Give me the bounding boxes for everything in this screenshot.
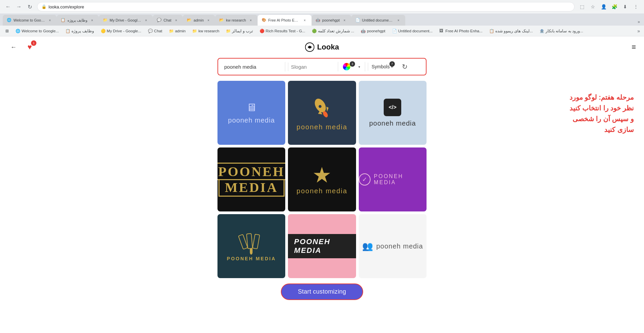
logo-card-8[interactable]: POONEH MEDIA [288, 214, 356, 278]
logo-card-2[interactable]: pooneh media [288, 81, 356, 145]
lock-icon: 🔒 [41, 4, 47, 9]
bookmark-admin[interactable]: 📁 admin [166, 28, 188, 34]
tab-close[interactable]: × [302, 18, 308, 23]
back-navigation-button[interactable]: ← [8, 42, 19, 53]
bookmark-bank[interactable]: 🏦 ورود به سامانه بانکار... [537, 28, 586, 34]
bookmark-poonehgpt[interactable]: 🤖 poonehgpt [358, 28, 388, 34]
tab-label: admin [194, 18, 204, 22]
color-count-badge: 3 [350, 61, 355, 67]
tab-close[interactable]: × [248, 18, 254, 23]
tab-chat[interactable]: 💬 Chat × [153, 15, 183, 26]
tab-label: Free AI Photo Enha... [268, 18, 300, 22]
download-button[interactable]: ⬇ [620, 2, 630, 11]
start-customizing-button[interactable]: Start customizing [281, 284, 363, 300]
color-wheel-icon [343, 63, 350, 70]
bookmark-favicon: 📋 [65, 29, 70, 33]
tab-favicon: 📂 [187, 18, 192, 23]
bookmark-favicon: 📁 [192, 29, 197, 33]
tab-close[interactable]: × [396, 18, 401, 23]
bookmark-button[interactable]: ☆ [588, 2, 597, 11]
tab-favicon: 📁 [103, 18, 108, 23]
slogan-input[interactable] [288, 63, 335, 71]
forward-button[interactable]: → [14, 2, 24, 11]
tab-kw[interactable]: 📂 kw research × [215, 15, 257, 26]
more-button[interactable]: ⋮ [631, 2, 641, 11]
divider2 [338, 62, 338, 71]
tab-close[interactable]: × [342, 18, 347, 23]
tab-drive[interactable]: 📁 My Drive - Google... × [99, 15, 153, 26]
bookmark-favicon: 🔴 [260, 29, 264, 33]
logo-card-7[interactable]: POONEH MEDIA [217, 214, 285, 278]
annotation-line3: و سپس آن را شخصی [560, 113, 634, 124]
logo-card-4[interactable]: POONEH MEDIA [217, 147, 285, 211]
bookmark-tarab[interactable]: 📁 ترب و ایمالز [223, 28, 255, 34]
persian-annotation: مرحله هفتم: لوگو مورد نظر خود را انتخاب … [560, 92, 634, 135]
divider3 [365, 62, 365, 71]
bookmark-apps[interactable]: ⊞ [3, 28, 11, 34]
brand-name-input[interactable] [222, 63, 282, 71]
tab-welcome[interactable]: 🌐 Welcome to Google... × [3, 15, 57, 26]
logo3-brand-text: pooneh media [369, 120, 416, 127]
tab-looka[interactable]: 🎨 Free AI Photo Enha... × [258, 15, 312, 26]
rocket-icon [309, 95, 335, 122]
annotation-line2: نظر خود را انتخاب کنید [560, 103, 634, 113]
logo-card-9[interactable]: 👥 pooneh media [359, 214, 427, 278]
bookmark-free-ai[interactable]: 🖼 Free AI Photo Enha... [437, 28, 485, 34]
tabs-bar: 🌐 Welcome to Google... × 📋 وظایف پروژه ×… [0, 13, 644, 26]
tab-close[interactable]: × [206, 18, 211, 23]
bookmark-rich[interactable]: 🔴 Rich Results Test - G... [257, 28, 308, 34]
refresh-logos-button[interactable]: ↻ [399, 61, 411, 73]
tab-doc[interactable]: 📄 Untitled document ... × [351, 15, 405, 26]
reload-button[interactable]: ↻ [25, 2, 34, 11]
circle-check-icon: ✓ [359, 173, 371, 186]
bookmark-links[interactable]: 📋 لینک های ریموو شده... [487, 28, 535, 34]
hamburger-menu-button[interactable]: ≡ [632, 43, 636, 52]
people-icon: 👥 [362, 241, 373, 252]
logo-card-3[interactable]: </> pooneh media [359, 81, 427, 145]
tab-close[interactable]: × [173, 18, 179, 23]
address-bar[interactable]: 🔒 looka.com/explore [37, 2, 575, 11]
bookmark-kw[interactable]: 📁 kw research [189, 28, 222, 34]
bookmark-welcome[interactable]: 🌐 Welcome to Google... [13, 28, 61, 34]
logo7-brand-text: POONEH MEDIA [227, 256, 276, 261]
tab-close[interactable]: × [89, 18, 95, 23]
symbols-button[interactable]: 7 Symbols ▾ [368, 63, 396, 71]
extensions-button[interactable]: 🧩 [610, 2, 619, 11]
logo-card-5[interactable]: ★ pooneh media [288, 147, 356, 211]
bookmark-untitled[interactable]: 📄 Untitled document... [389, 28, 435, 34]
cast-button[interactable]: ⬚ [577, 2, 587, 11]
bookmark-favicon: 🤖 [361, 29, 365, 33]
tab-close[interactable]: × [143, 18, 149, 23]
tab-favicon: 📋 [61, 18, 65, 23]
back-button[interactable]: ← [3, 2, 13, 11]
tabs-more-button[interactable]: » [636, 18, 641, 26]
bookmark-favicon: 📁 [226, 29, 231, 33]
tab-close[interactable]: × [47, 18, 53, 23]
refresh-icon: ↻ [402, 63, 408, 71]
tab-poonehgpt[interactable]: 🤖 poonehgpt × [312, 15, 351, 26]
monitor-icon: 🖥 [246, 101, 257, 114]
favorites-button[interactable]: ♥ 1 [24, 42, 35, 53]
color-picker-button[interactable]: 3 ▾ [341, 62, 362, 72]
profile-button[interactable]: 👤 [599, 2, 608, 11]
header-left: ← ♥ 1 [8, 42, 35, 53]
fan-icon [236, 231, 267, 255]
tab-tasks[interactable]: 📋 وظایف پروژه × [57, 15, 99, 26]
toolbar-actions: ⬚ ☆ 👤 🧩 ⬇ ⋮ [577, 2, 641, 11]
logo-card-6[interactable]: ✓ POONEH MEDIA [359, 147, 427, 211]
bookmark-drive[interactable]: 🟡 My Drive - Google... [98, 28, 144, 34]
logo9-brand-text: pooneh media [376, 242, 423, 250]
tab-admin[interactable]: 📂 admin × [183, 15, 215, 26]
bookmarks-bar: ⊞ 🌐 Welcome to Google... 📋 وظایف پروژه 🟡… [0, 26, 644, 36]
bookmark-tasks[interactable]: 📋 وظایف پروژه [63, 28, 96, 34]
bookmarks-more-button[interactable]: » [636, 28, 641, 34]
logo2-brand-text: pooneh media [297, 123, 348, 131]
tab-favicon: 🤖 [316, 18, 320, 23]
logo4-line2: MEDIA [218, 180, 285, 197]
bookmark-chat[interactable]: 💬 Chat [145, 28, 165, 34]
bookmark-word-count[interactable]: 🟢 شمارش تعداد کلمه ... [309, 28, 357, 34]
looka-logo: Looka [305, 42, 339, 52]
bookmark-favicon: 🟡 [101, 29, 106, 33]
color-dropdown-arrow: ▾ [358, 65, 360, 69]
logo-card-1[interactable]: 🖥 pooneh media [217, 81, 285, 145]
